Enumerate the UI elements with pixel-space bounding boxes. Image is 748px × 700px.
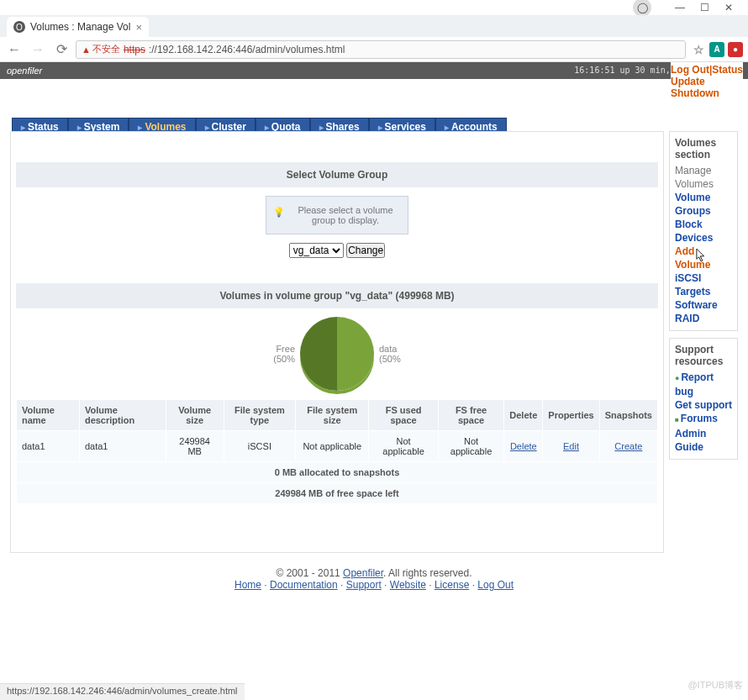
support-get-support[interactable]: Get support bbox=[675, 398, 732, 412]
summary-alloc: 0 MB allocated to snapshots bbox=[17, 462, 658, 483]
footer-website[interactable]: Website bbox=[390, 579, 426, 591]
col-delete: Delete bbox=[504, 400, 543, 431]
pie-free-pct: (50% bbox=[273, 354, 295, 364]
cell-free: Not applicable bbox=[438, 431, 503, 462]
volume-group-select[interactable]: vg_data bbox=[289, 243, 344, 258]
watermark: @ITPUB博客 bbox=[687, 679, 743, 692]
sidebar-volume-groups[interactable]: Volume Groups bbox=[675, 191, 732, 218]
window-close-button[interactable]: ✕ bbox=[724, 2, 733, 13]
sidebar-iscsi-targets[interactable]: iSCSI Targets bbox=[675, 271, 732, 298]
footer-home[interactable]: Home bbox=[234, 579, 261, 591]
col-snaps: Snapshots bbox=[599, 400, 657, 431]
support-forums[interactable]: Forums bbox=[675, 412, 732, 427]
pie-data-label: data bbox=[379, 344, 397, 354]
tab-close-icon[interactable]: × bbox=[135, 21, 142, 34]
cell-desc: data1 bbox=[79, 431, 166, 462]
col-fstype: File system type bbox=[224, 400, 295, 431]
browser-tab-strip: O Volumes : Manage Vol × bbox=[0, 15, 748, 37]
sidebar-software-raid[interactable]: Software RAID bbox=[675, 298, 732, 325]
app-header-bar: openfiler 16:16:51 up 30 min, 0 users, l… bbox=[0, 62, 748, 79]
footer-logout[interactable]: Log Out bbox=[477, 579, 514, 591]
header-links: Log Out|Status Update Shutdown bbox=[671, 62, 743, 99]
profile-avatar-icon[interactable]: ◯ bbox=[633, 0, 651, 17]
delete-link[interactable]: Delete bbox=[510, 441, 537, 451]
cell-name: data1 bbox=[17, 431, 80, 462]
cell-size: 249984 MB bbox=[166, 431, 224, 462]
sidebar-add-volume[interactable]: Add Volume bbox=[675, 245, 732, 271]
extension-a-icon[interactable]: A bbox=[709, 42, 724, 57]
vg-volumes-heading: Volumes in volume group "vg_data" (49996… bbox=[16, 283, 658, 308]
forward-button[interactable]: → bbox=[29, 40, 47, 59]
nav-arrow-icon: ▸ bbox=[378, 123, 382, 132]
volumes-section-box: Volumes section Manage Volumes Volume Gr… bbox=[669, 131, 738, 331]
volumes-table: Volume name Volume description Volume si… bbox=[16, 399, 658, 504]
pie-graphic bbox=[300, 317, 374, 391]
col-desc: Volume description bbox=[79, 400, 166, 431]
footer-support[interactable]: Support bbox=[346, 579, 382, 591]
volumes-section-title: Volumes section bbox=[675, 137, 732, 161]
col-size: Volume size bbox=[166, 400, 224, 431]
browser-toolbar: ← → ⟳ ▲ 不安全 https ://192.168.142.246:446… bbox=[0, 37, 748, 62]
cell-fssize: Not applicable bbox=[296, 431, 369, 462]
sidebar-manage-volumes[interactable]: Manage Volumes bbox=[675, 164, 732, 191]
select-vg-heading: Select Volume Group bbox=[16, 162, 658, 187]
url-rest: ://192.168.142.246:446/admin/volumes.htm… bbox=[149, 44, 345, 55]
nav-arrow-icon: ▸ bbox=[445, 123, 449, 132]
main-content: Select Volume Group Please select a volu… bbox=[10, 131, 664, 553]
nav-arrow-icon: ▸ bbox=[21, 123, 25, 132]
support-report-bug[interactable]: Report bug bbox=[675, 371, 732, 398]
nav-arrow-icon: ▸ bbox=[138, 123, 142, 132]
browser-tab[interactable]: O Volumes : Manage Vol × bbox=[7, 17, 149, 37]
table-row: data1 data1 249984 MB iSCSI Not applicab… bbox=[17, 431, 658, 462]
reload-button[interactable]: ⟳ bbox=[52, 40, 71, 59]
url-protocol: https bbox=[124, 44, 145, 55]
tab-favicon-icon: O bbox=[13, 21, 25, 33]
pie-free-label: Free bbox=[276, 344, 295, 354]
col-props: Properties bbox=[543, 400, 599, 431]
support-admin-guide[interactable]: Admin Guide bbox=[675, 427, 732, 454]
update-link[interactable]: Update bbox=[671, 76, 705, 87]
change-button[interactable]: Change bbox=[346, 243, 385, 258]
extension-red-icon[interactable]: ● bbox=[728, 42, 743, 57]
nav-arrow-icon: ▸ bbox=[77, 123, 82, 132]
support-title: Support resources bbox=[675, 344, 732, 367]
back-button[interactable]: ← bbox=[5, 40, 24, 59]
pie-chart: Free (50% data (50% bbox=[16, 317, 658, 391]
brand-logo: openfiler bbox=[7, 66, 42, 76]
cell-used: Not applicable bbox=[369, 431, 438, 462]
support-resources-box: Support resources Report bug Get support… bbox=[669, 338, 738, 460]
pie-data-pct: (50% bbox=[379, 354, 401, 364]
select-vg-prompt: Please select a volume group to display. bbox=[266, 196, 408, 234]
bookmark-star-icon[interactable]: ☆ bbox=[691, 42, 706, 57]
col-name: Volume name bbox=[17, 400, 80, 431]
insecure-icon: ▲ 不安全 bbox=[82, 43, 120, 55]
status-link[interactable]: Status bbox=[712, 64, 743, 76]
footer-brand-link[interactable]: Openfiler bbox=[343, 567, 383, 579]
nav-arrow-icon: ▸ bbox=[319, 123, 324, 132]
cell-fstype: iSCSI bbox=[224, 431, 295, 462]
nav-arrow-icon: ▸ bbox=[265, 123, 269, 132]
logout-link[interactable]: Log Out bbox=[671, 64, 709, 76]
maximize-button[interactable]: ☐ bbox=[700, 2, 709, 13]
minimize-button[interactable]: — bbox=[675, 2, 685, 13]
create-snapshot-link[interactable]: Create bbox=[614, 441, 642, 451]
col-used: FS used space bbox=[369, 400, 438, 431]
extensions: ☆ A ● bbox=[691, 42, 743, 57]
col-free: FS free space bbox=[438, 400, 503, 431]
page-footer: © 2001 - 2011 Openfiler. All rights rese… bbox=[0, 567, 748, 591]
edit-link[interactable]: Edit bbox=[563, 441, 579, 451]
address-bar[interactable]: ▲ 不安全 https ://192.168.142.246:446/admin… bbox=[76, 40, 686, 59]
sidebar-block-devices[interactable]: Block Devices bbox=[675, 218, 732, 245]
summary-free: 249984 MB of free space left bbox=[17, 483, 658, 504]
window-controls: ◯ — ☐ ✕ bbox=[0, 0, 748, 15]
browser-statusbar: https://192.168.142.246:446/admin/volume… bbox=[0, 683, 245, 700]
tab-title: Volumes : Manage Vol bbox=[30, 21, 130, 33]
footer-license[interactable]: License bbox=[435, 579, 469, 591]
col-fssize: File system size bbox=[296, 400, 369, 431]
nav-arrow-icon: ▸ bbox=[205, 123, 209, 132]
shutdown-link[interactable]: Shutdown bbox=[671, 87, 719, 99]
footer-docs[interactable]: Documentation bbox=[270, 579, 338, 591]
